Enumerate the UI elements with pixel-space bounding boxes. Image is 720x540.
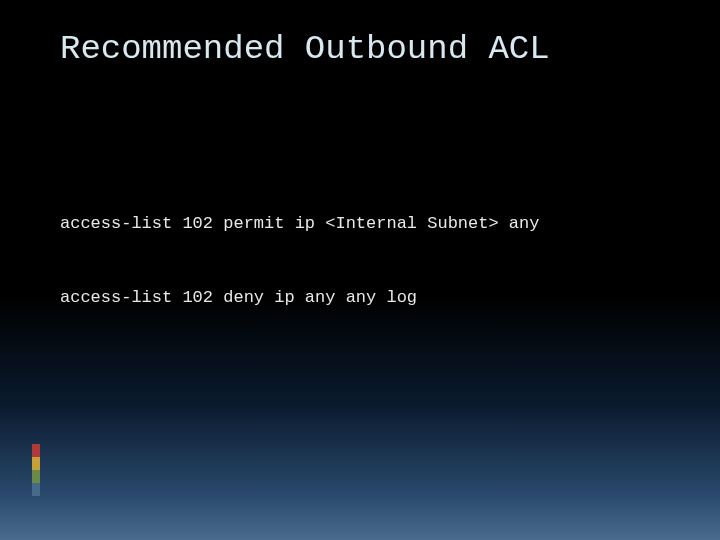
accent-green xyxy=(32,470,40,483)
slide-title: Recommended Outbound ACL xyxy=(60,30,670,68)
slide-body: access-list 102 permit ip <Internal Subn… xyxy=(60,163,670,360)
slide: Recommended Outbound ACL access-list 102… xyxy=(0,0,720,540)
accent-red xyxy=(32,444,40,457)
accent-yellow xyxy=(32,457,40,470)
acl-line-1: access-list 102 permit ip <Internal Subn… xyxy=(60,212,670,237)
accent-blue xyxy=(32,483,40,496)
accent-stripe xyxy=(32,444,40,496)
acl-line-2: access-list 102 deny ip any any log xyxy=(60,286,670,311)
